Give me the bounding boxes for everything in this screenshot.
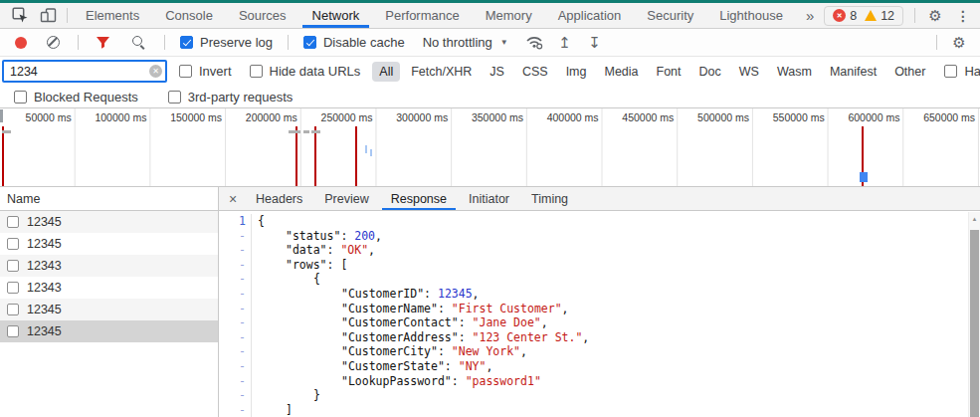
filter-pill-label: Fetch/XHR (411, 65, 472, 79)
request-type-filter[interactable]: Other (887, 62, 932, 82)
timeline-tick-label: 450000 ms (588, 111, 674, 123)
request-mark-gray (289, 130, 300, 133)
detail-tab[interactable]: Initiator (458, 187, 520, 210)
filter-icon[interactable] (96, 36, 110, 50)
request-row[interactable]: 12343 (0, 255, 218, 277)
has-blocked-cookies-label: Has blocked cookies (964, 64, 980, 79)
search-icon[interactable] (131, 35, 146, 50)
detail-tab[interactable]: Response (380, 187, 458, 210)
divider (164, 35, 165, 50)
disable-cache-checkbox[interactable]: Disable cache (297, 35, 411, 50)
line-number: - (219, 330, 252, 345)
main-tab[interactable]: Application (545, 3, 635, 28)
network-settings-icon[interactable]: ⚙ (946, 31, 972, 55)
request-mark-blue (860, 172, 868, 182)
device-toolbar-icon[interactable] (34, 4, 62, 28)
network-toolbar: Preserve log Disable cache No throttling… (0, 29, 980, 57)
import-har-icon[interactable]: ↥ (552, 31, 578, 55)
code-line: -{ (219, 272, 980, 287)
request-type-filter[interactable]: Font (650, 62, 688, 82)
hide-data-urls-label: Hide data URLs (270, 64, 361, 79)
response-scrollbar[interactable]: ▲ (968, 212, 980, 417)
main-tab[interactable]: Performance (372, 3, 472, 28)
request-type-filter[interactable]: Wasm (770, 62, 819, 82)
export-har-icon[interactable]: ↧ (582, 31, 608, 55)
line-number: - (219, 258, 252, 273)
divider (914, 8, 915, 23)
blocked-requests-label: Blocked Requests (34, 90, 138, 104)
detail-tab[interactable]: Timing (520, 187, 579, 210)
clear-network-log-icon[interactable] (47, 36, 60, 49)
timeline-tick-label: 650000 ms (889, 111, 975, 123)
scrollbar-up-arrow-icon[interactable]: ▲ (969, 212, 980, 226)
code-text: "CustomerAddress": "123 Center St.", (252, 330, 589, 345)
code-line: -"data": "OK", (219, 243, 980, 258)
request-type-filter[interactable]: Manifest (823, 62, 883, 82)
load-event-line (355, 126, 357, 186)
main-tab[interactable]: Sources (226, 3, 299, 28)
line-number: - (219, 403, 252, 417)
detail-tab[interactable]: Headers (245, 187, 313, 210)
main-tab[interactable]: Security (634, 3, 706, 28)
devtools-settings-icon[interactable]: ⚙ (922, 4, 948, 28)
detail-tabs: HeadersPreviewResponseInitiatorTiming (245, 187, 579, 210)
scrollbar-thumb[interactable] (970, 230, 979, 417)
response-code[interactable]: 1{-"status": 200,-"data": "OK",-"rows": … (219, 211, 980, 417)
close-detail-icon[interactable]: × (221, 187, 245, 210)
request-checkbox[interactable] (7, 325, 19, 337)
request-type-filter[interactable]: All (372, 62, 400, 82)
request-name: 12345 (27, 303, 62, 316)
invert-checkbox[interactable]: Invert (173, 64, 238, 79)
request-checkbox[interactable] (7, 304, 19, 315)
has-blocked-cookies-checkbox[interactable]: Has blocked cookies (938, 64, 980, 79)
request-name: 12345 (27, 237, 62, 251)
requests-name-column-header[interactable]: Name (0, 187, 218, 211)
main-tab[interactable]: Elements (73, 3, 152, 28)
code-line: -"LookupPassword": "password1" (219, 374, 980, 389)
third-party-requests-label: 3rd-party requests (188, 90, 294, 104)
request-row[interactable]: 12343 (0, 277, 218, 299)
network-conditions-icon[interactable] (520, 31, 548, 55)
third-party-requests-checkbox[interactable]: 3rd-party requests (162, 90, 299, 104)
timeline-tick-label: 250000 ms (288, 111, 373, 123)
request-row[interactable]: 12345 (0, 320, 218, 342)
main-tab[interactable]: Network (299, 3, 373, 28)
detail-tab[interactable]: Preview (313, 187, 379, 210)
devtools-menu-icon[interactable]: ⋮ (950, 4, 976, 28)
inspect-element-icon[interactable] (6, 4, 34, 28)
blocked-requests-checkbox[interactable]: Blocked Requests (8, 90, 144, 104)
request-row[interactable]: 12345 (0, 233, 218, 255)
request-type-filter[interactable]: Img (559, 62, 594, 82)
timeline-tick-label: 350000 ms (438, 111, 523, 123)
network-overview-timeline[interactable]: 50000 ms100000 ms150000 ms200000 ms25000… (0, 107, 980, 187)
filter-input[interactable] (2, 60, 167, 83)
request-checkbox[interactable] (7, 238, 19, 250)
request-checkbox[interactable] (7, 260, 19, 272)
request-row[interactable]: 12345 (0, 299, 218, 320)
request-type-filter[interactable]: CSS (515, 62, 555, 82)
timeline-tick-label: 100000 ms (61, 111, 146, 123)
request-type-filter[interactable]: JS (483, 62, 511, 82)
code-line: -] (219, 403, 980, 417)
request-type-filter[interactable]: Media (597, 62, 645, 82)
request-checkbox[interactable] (7, 282, 19, 294)
code-line: -"rows": [ (219, 258, 980, 273)
main-tab[interactable]: Console (152, 3, 226, 28)
request-row[interactable]: 12345 (0, 211, 218, 233)
request-checkbox[interactable] (7, 216, 19, 228)
request-type-filter[interactable]: WS (732, 62, 766, 82)
hide-data-urls-checkbox[interactable]: Hide data URLs (244, 64, 367, 79)
detail-tab-label: Initiator (469, 192, 509, 206)
main-tab[interactable]: Lighthouse (706, 3, 796, 28)
request-type-filter[interactable]: Doc (692, 62, 728, 82)
more-tabs-icon[interactable]: » (796, 7, 824, 24)
code-line: -"CustomerID": 12345, (219, 287, 980, 302)
preserve-log-checkbox[interactable]: Preserve log (174, 35, 279, 50)
code-line: -"CustomerAddress": "123 Center St.", (219, 330, 980, 345)
throttling-select[interactable]: No throttling ▼ (415, 35, 516, 50)
request-type-filter[interactable]: Fetch/XHR (404, 62, 479, 82)
record-network-log-button[interactable] (15, 37, 27, 49)
clear-filter-icon[interactable]: ✕ (149, 65, 162, 78)
issues-badge[interactable]: ✕ 8 12 (824, 6, 903, 26)
main-tab[interactable]: Memory (473, 3, 545, 28)
